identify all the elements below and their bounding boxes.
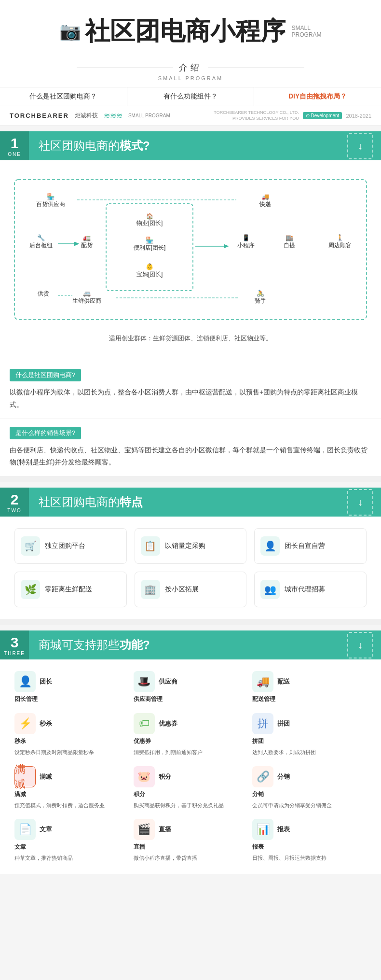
svg-text:骑手: 骑手 — [255, 297, 266, 304]
info-block-2: 是什么样的销售场景? 由各便利店、快递代收点、社区物业、宝妈等团长建立各自的小区… — [0, 419, 381, 476]
function-item: ⚡ 秒杀 秒杀 设定秒杀日期及时刻商品限量秒杀 — [14, 713, 129, 756]
function-name: 报表 — [252, 843, 264, 851]
mode-diagram-section: 🏪 百货供应商 🚚 快递 🏠 物业[团长] 🏪 便利店[团长] 👶 宝妈[团长]… — [0, 160, 381, 361]
function-icon: 满减 — [14, 766, 36, 787]
section1-title: 社区团购电商的模式? — [29, 131, 347, 160]
section1-number: 1 ONE — [0, 131, 29, 160]
function-desc: 日报、周报、月报运营数据支持 — [252, 854, 327, 862]
svg-text:🏪: 🏪 — [146, 236, 154, 244]
info-text-2: 由各便利店、快递代收点、社区物业、宝妈等团长建立各自的小区微信群，每个群就是一个… — [10, 444, 371, 468]
dev-badge: ⊙ Development — [303, 112, 342, 119]
section1-arrow[interactable]: ↓ — [347, 133, 373, 159]
brand-right: TORCHBEARER TECHNOLOGY CO., LTD. PROVIDE… — [203, 110, 371, 121]
function-item: 📊 报表 报表 日报、周报、月报运营数据支持 — [252, 819, 367, 862]
svg-text:周边顾客: 周边顾客 — [328, 242, 352, 249]
svg-text:快递: 快递 — [259, 201, 271, 208]
svg-text:🚴: 🚴 — [257, 289, 265, 297]
function-icon-row: 📄 文章 — [14, 819, 52, 840]
function-icon-row: 🏷 优惠券 — [134, 713, 177, 734]
function-icon-row: ⚡ 秒杀 — [14, 713, 52, 734]
function-icon-row: 拼 拼团 — [252, 713, 290, 734]
feature-card: 🌿 零距离生鲜配送 — [14, 572, 127, 607]
function-desc: 达到人数要求，则成功拼团 — [252, 748, 316, 756]
function-item: 🚚 配送 配送管理 — [252, 671, 367, 703]
header: 📷 社区团电商小程序 SMALL PROGRAM — [0, 0, 381, 58]
spacer-1 — [0, 476, 381, 482]
wave-icon: ≋≋≋ — [104, 111, 122, 120]
tab-what[interactable]: 什么是社区团购电商？ — [0, 87, 127, 106]
svg-text:📱: 📱 — [242, 234, 250, 242]
brand-cn: 炬诚科技 — [75, 112, 98, 120]
tab-diy[interactable]: DIY自由拖拽布局？ — [254, 87, 381, 106]
function-desc: 种草文章，推荐热销商品 — [14, 854, 73, 862]
function-icon-row: 🔗 分销 — [252, 766, 290, 787]
function-item: 🐷 积分 积分 购买商品获得积分，基于积分兑换礼品 — [134, 766, 248, 810]
function-icon-row: 满减 满减 — [14, 766, 52, 787]
function-item: 🎬 直播 直播 微信小程序直播，带货直播 — [134, 819, 248, 862]
function-icon-row: 📊 报表 — [252, 819, 290, 840]
section3-header: 3 THREE 商城可支持那些功能? ↓ — [0, 630, 381, 659]
function-name: 供应商管理 — [134, 695, 163, 703]
small-program-badge: SMALL PROGRAM — [291, 25, 321, 39]
svg-text:便利店[团长]: 便利店[团长] — [134, 244, 166, 251]
info-text-1: 以微信小程序为载体，以团长为点，整合各小区消费人群，由中枢运营配送，以预售+团购… — [10, 386, 371, 410]
function-name: 配送管理 — [252, 695, 275, 703]
feature-icon: 🛒 — [21, 536, 40, 556]
section2-number: 2 TWO — [0, 488, 29, 517]
function-icon: 📊 — [252, 819, 273, 840]
function-icon-label: 供应商 — [159, 677, 177, 686]
section1-header: 1 ONE 社区团购电商的模式? ↓ — [0, 131, 381, 160]
info-tag-2: 是什么样的销售场景? — [10, 427, 81, 439]
function-icon-row: 👤 团长 — [14, 671, 52, 692]
feature-icon: 🏢 — [141, 580, 160, 599]
function-name: 优惠券 — [134, 737, 151, 745]
section2-arrow[interactable]: ↓ — [347, 489, 373, 516]
feature-label: 独立团购平台 — [45, 542, 85, 550]
function-icon: 🔗 — [252, 766, 273, 787]
function-icon: 👤 — [14, 671, 36, 692]
svg-text:自提: 自提 — [284, 242, 295, 249]
section3-title: 商城可支持那些功能? — [29, 630, 347, 659]
nav-tabs: 什么是社区团购电商？ 有什么功能组件？ DIY自由拖拽布局？ — [0, 87, 381, 106]
function-icon-label: 满减 — [40, 772, 52, 781]
function-desc: 预充值模式，消费时扣费，适合服务业 — [14, 801, 105, 810]
svg-text:供货: 供货 — [38, 290, 49, 297]
function-icon-label: 分销 — [277, 772, 290, 781]
brand-small: SMALL PROGRAM — [128, 113, 170, 118]
section3-arrow[interactable]: ↓ — [347, 632, 373, 658]
feature-icon: 📋 — [141, 536, 160, 556]
feature-label: 按小区拓展 — [165, 585, 199, 594]
function-icon-label: 拼团 — [277, 719, 290, 728]
tab-features[interactable]: 有什么功能组件？ — [127, 87, 255, 106]
function-item: 👤 团长 团长管理 — [14, 671, 129, 703]
svg-text:百货供应商: 百货供应商 — [36, 201, 65, 208]
svg-text:🏬: 🏬 — [286, 234, 294, 242]
function-icon-label: 直播 — [159, 825, 171, 834]
function-icon-row: 🐷 积分 — [134, 766, 171, 787]
feature-card: 🛒 独立团购平台 — [14, 528, 127, 564]
spacer-2 — [0, 619, 381, 625]
function-icon: 拼 — [252, 713, 273, 734]
section2-title: 社区团购电商的特点 — [29, 488, 347, 517]
title-text: 社区团电商小程序 — [85, 14, 286, 48]
features-section: 🛒 独立团购平台 📋 以销量定采购 👤 团长自宣自营 🌿 零距离生鲜配送 🏢 按… — [0, 517, 381, 619]
function-name: 直播 — [134, 843, 145, 851]
function-desc: 设定秒杀日期及时刻商品限量秒杀 — [14, 748, 94, 756]
brand-bar: TORCHBEARER 炬诚科技 ≋≋≋ SMALL PROGRAM TORCH… — [0, 106, 381, 126]
svg-text:物业[团长]: 物业[团长] — [136, 220, 163, 226]
function-icon-label: 秒杀 — [40, 719, 52, 728]
brand-name: TORCHBEARER — [10, 112, 69, 119]
svg-text:👶: 👶 — [146, 263, 154, 271]
function-icon-row: 🎬 直播 — [134, 819, 171, 840]
function-icon: 🏷 — [134, 713, 155, 734]
functions-section: 👤 团长 团长管理 🎩 供应商 供应商管理 🚚 配送 配送管理 ⚡ 秒杀 秒杀 … — [0, 659, 381, 874]
function-icon: 🚚 — [252, 671, 273, 692]
function-icon-label: 文章 — [40, 825, 52, 834]
feature-label: 团长自宣自营 — [285, 542, 325, 550]
section3-number: 3 THREE — [0, 630, 29, 659]
function-desc: 微信小程序直播，带货直播 — [134, 854, 197, 862]
function-name: 团长管理 — [14, 695, 38, 703]
svg-text:🏪: 🏪 — [47, 193, 55, 201]
function-icon-label: 团长 — [40, 677, 52, 686]
function-icon-label: 报表 — [277, 825, 290, 834]
